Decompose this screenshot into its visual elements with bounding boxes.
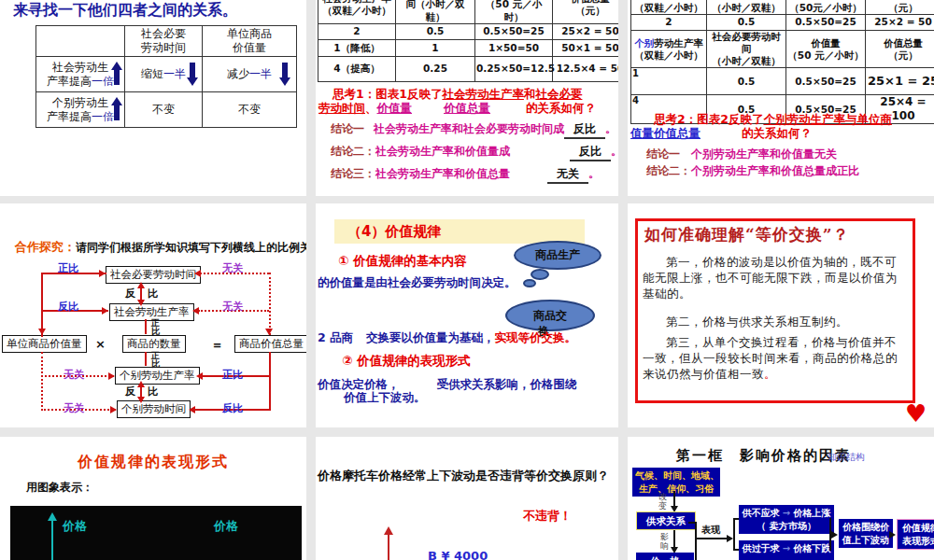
header-text: 价值量 [204,41,295,55]
times-sign: × [95,337,106,351]
up-arrow-icon [111,97,122,121]
arrowhead [192,307,199,315]
slide-thumbnail-3[interactable]: （双鞋／小时） （小时／双鞋） （50元／小时） （元） 2 0.5 0.5×5… [628,0,934,196]
slide-thumbnail-1[interactable]: 当其他条件不变时，让我们 来寻找一下他们四者之间的关系。 社会必要劳动时间 单位… [0,0,306,196]
header-cell: 价值量（50 元／小时） [786,31,866,68]
price-axis [388,534,389,560]
cell: 社会劳动生 产率提高一倍 [36,57,125,92]
up-arrow-icon [111,62,122,86]
conclusion-2: 结论二：个别劳动生产率和价值总量成正比 [646,163,859,179]
slide7-subtitle: 用图象表示： [26,480,93,496]
label-influence-char2: 响 [660,540,669,553]
think-question-line2: 劳动时间、价值量价值总量的关系如何？ [318,101,596,117]
conclusion-1: 结论一社会劳动生产率和社会必要劳动时间成反比。 [331,121,616,139]
header-cell: 社会劳动生产率（双鞋／小时） [318,0,396,24]
cloud-bubble [523,279,536,287]
arrowhead [265,329,273,335]
connector-line [145,319,147,334]
y-axis [51,521,53,560]
header-cell: 社会必要劳动时间（小时／双鞋） [396,0,475,24]
answer-blank: 反比 [570,144,611,161]
arrowhead [194,270,201,277]
table-row: 社会劳动生 产率提高一倍 缩短一半 减少一半 [36,57,297,92]
slide3-table: （双鞋／小时） （小时／双鞋） （50元／小时） （元） 2 0.5 0.5×5… [630,0,934,124]
arrowhead [102,307,108,315]
box-law-of-value: 价值规律表现形式 [897,519,934,550]
connector-dotted [269,273,271,335]
slide-thumbnail-9[interactable]: 第一框 影响价格的因素 知识结构 气候、时间、地域、生产、信仰、习俗 改 变 供… [628,437,934,560]
table-row: 个别劳动生 产率提高一倍 不变 不变 [36,92,297,128]
cell: 0.5 [707,68,786,95]
slide2-table: 社会劳动生产率（双鞋／小时） 社会必要劳动时间（小时／双鞋） 价值量（50 元／… [318,0,618,82]
box-total-commodity-value: 商品价值总量 [234,335,306,353]
bracket-line [695,522,697,560]
cell: 不变 [203,92,297,128]
paragraph-2: 第二，价格与供求关系相互制约。 [643,314,908,329]
answer-blank: 反比 [564,121,605,139]
header-cell: （50元／小时） [786,0,866,15]
cell: 12.5×4 = 50 [553,57,619,82]
label-no-relation: 无关 [64,368,84,382]
down-arrow-icon [187,62,198,86]
box-individual-labor-time: 个别劳动时间 [117,400,191,418]
think-question-line2: 值量价值总量的关系如何？ [630,126,812,142]
question-title: 如何准确理解“等价交换”？ [644,224,850,245]
slide-thumbnail-6[interactable]: 如何准确理解“等价交换”？ 第一，价格的波动是以价值为轴的，既不可能无限上涨，也… [628,203,934,427]
section-title: （4）价值规律 [347,223,441,241]
cell: 25×2 = 50 [866,15,934,31]
cell: 0.5×50=25 [786,68,866,95]
arrowhead [889,531,896,539]
slide-thumbnail-4[interactable]: 合作探究：请同学们根据所学知识填写下列横线上的比例关系 社会必要劳动时间 社会劳… [0,203,306,427]
label-inverse-char: 反 [125,287,135,301]
cell: 2 [318,24,396,40]
connector-line [41,273,43,337]
connector-line [697,538,730,539]
cell: 减少一半 [203,57,297,92]
slide-thumbnail-5[interactable]: （4）价值规律 ① 价值规律的基本内容 的价值量是由社会必要劳动时间决定。 商品… [316,203,618,427]
header-text: 劳动时间 [126,41,201,55]
cell: 不变 [125,92,203,128]
box-factors: 气候、时间、地域、生产、信仰、习俗 [632,468,720,497]
axis-label-price-right: 价格 [214,518,238,535]
cell: 50×1 = 50 [553,40,619,57]
label-ratio-char: 比 [151,358,160,371]
cell [36,26,125,57]
label-ratio-char: 比 [148,287,158,301]
box-price-fluctuation: 价格围绕价值上下波动 [839,519,893,548]
arrowhead [137,300,145,306]
label-no-relation: 无关 [222,300,243,314]
question-text: 价格摩托车价格经常上下波动是否违背等价交换原则？ [318,468,609,484]
cell: 1×50=50 [475,40,553,57]
connector-line [673,530,675,549]
label-no-relation: 无关 [64,401,84,415]
cell: 0.5×50=25 [475,24,553,40]
table-row: 2 0.5 0.5×50=25 25×2 = 50 [318,24,619,40]
cell: 4（提高） [318,57,396,82]
arrowhead [831,531,838,539]
axis-arrowhead [384,526,393,535]
header-cell: 社会必要劳动时间（小时／双鞋） [707,31,786,68]
label-ratio-char: 比 [151,326,160,338]
conclusion-3: 结论三：社会劳动生产率和价值总量无关。 [331,166,600,184]
slide-thumbnail-2[interactable]: 社会劳动生产率（双鞋／小时） 社会必要劳动时间（小时／双鞋） 价值量（50 元／… [316,0,618,196]
arrowhead [137,381,145,387]
cell: 0.5×50=25 [786,15,866,31]
label-ratio-char: 比 [148,385,158,399]
arrow-glyph: → [783,543,790,553]
box-unit-commodity-value: 单位商品价值量 [2,335,87,353]
down-arrow-icon [279,62,290,86]
axis-label-price-left: 价格 [63,518,87,535]
connector-dotted [41,352,43,411]
lead-text: 合作探究：请同学们根据所学知识填写下列横线上的比例关系 [15,237,306,256]
label-inverse-ratio: 反比 [58,300,78,314]
label-direct-ratio: 正比 [222,368,243,382]
slide-sorter-view: 当其他条件不变时，让我们 来寻找一下他们四者之间的关系。 社会必要劳动时间 单位… [0,0,934,560]
header-text: 单位商品 [204,27,295,41]
slide1-title-line2: 来寻找一下他们四者之间的关系。 [13,1,237,21]
slide-thumbnail-7[interactable]: 价值规律的表现形式 用图象表示： 价格 价格 [0,437,306,560]
arrowhead [38,329,46,335]
point-label-b: B ¥ 4000 [428,549,488,560]
heart-icon: ♥ [905,399,927,427]
slide-thumbnail-8[interactable]: 价格摩托车价格经常上下波动是否违背等价交换原则？ 不违背！ B ¥ 4000 [316,437,618,560]
cloud-bubble [531,269,549,280]
